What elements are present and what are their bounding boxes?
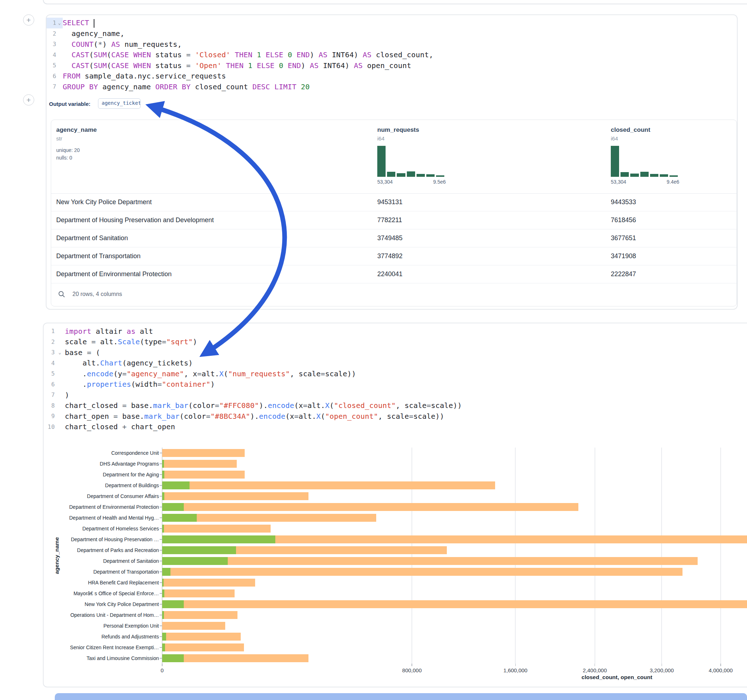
code-line[interactable]: 7) (44, 389, 747, 400)
code-line[interactable]: 3 COUNT(*) AS num_requests, (47, 39, 736, 50)
code-line[interactable]: 1⌄SELECT (47, 18, 736, 29)
line-number: 7 (44, 391, 55, 398)
code-line[interactable]: 5 .encode(y="agency_name", x=alt.X("num_… (44, 368, 747, 379)
histogram-bar (630, 173, 638, 177)
notebook-canvas: + + 1⌄SELECT 2 agency_name,3 COUNT(*) AS… (0, 0, 747, 700)
previous-cell-border (43, 0, 747, 5)
line-number: 4 (47, 51, 56, 58)
histogram-bar (377, 146, 386, 177)
code-line[interactable]: 5 CAST(SUM(CASE WHEN status = 'Open' THE… (47, 60, 736, 71)
code-line[interactable]: 2scale = alt.Scale(type="sqrt") (44, 337, 747, 347)
table-row[interactable]: Department of Sanitation37494853677651 (51, 229, 736, 247)
table-row[interactable]: New York City Police Department945313194… (51, 193, 736, 211)
column-type: str (56, 136, 97, 142)
code-line[interactable]: 6 .properties(width="container") (44, 379, 747, 390)
code-line[interactable]: 6FROM sample_data.nyc.service_requests (47, 71, 736, 82)
next-cell-selected-edge[interactable] (55, 693, 747, 700)
code-line[interactable]: 4 CAST(SUM(CASE WHEN status = 'Closed' T… (47, 50, 736, 60)
column-type: i64 (611, 136, 679, 142)
code-line[interactable]: 9chart_open = base.mark_bar(color="#8BC3… (44, 411, 747, 422)
sql-editor[interactable]: 1⌄SELECT 2 agency_name,3 COUNT(*) AS num… (47, 18, 736, 92)
text-cursor (94, 19, 95, 28)
table-cell: 2222847 (611, 266, 636, 283)
output-variable-label: Output variable: (49, 101, 91, 107)
line-number: 4 (44, 360, 55, 367)
search-icon[interactable] (58, 291, 65, 298)
histogram-bar (650, 174, 658, 177)
table-cell: 2240041 (377, 266, 402, 283)
histogram-bar (397, 173, 405, 177)
line-number: 1 (44, 328, 55, 335)
table-row[interactable]: Department of Environmental Protection22… (51, 266, 736, 284)
code-line[interactable]: 3⌄base = ( (44, 347, 747, 358)
table-cell: 9453131 (377, 193, 402, 211)
python-cell: 1import altair as alt2scale = alt.Scale(… (43, 323, 747, 687)
line-number: 2 (44, 338, 55, 345)
histogram-min: 53,304 (611, 179, 626, 185)
column-name: closed_count (611, 127, 679, 134)
table-cell: 3749485 (377, 229, 402, 247)
table-cell: Department of Housing Preservation and D… (56, 211, 214, 229)
line-number: 3 (47, 41, 56, 48)
output-variable-chip[interactable]: agency_tickets (98, 98, 141, 109)
histogram-min: 53,304 (377, 179, 393, 185)
histogram-max: 9.5e6 (433, 179, 446, 185)
histogram-bar (620, 172, 629, 177)
line-number: 10 (44, 424, 55, 430)
sql-cell: 1⌄SELECT 2 agency_name,3 COUNT(*) AS num… (46, 14, 738, 310)
table-cell: 9443533 (611, 193, 636, 211)
histogram-range: 53,304 9.4e6 (611, 179, 679, 185)
histogram-bar (426, 174, 435, 177)
column-header-agency-name: agency_name str unique: 20 nulls: 0 (56, 120, 97, 161)
line-number: 6 (44, 381, 55, 388)
histogram-bar (640, 172, 649, 177)
column-name: num_requests (377, 127, 446, 134)
column-stat-unique: unique: 20 (56, 147, 97, 153)
code-line[interactable]: 10chart_closed + chart_open (44, 422, 747, 433)
column-header-num-requests: num_requests i64 53,304 9.5e6 (377, 120, 446, 185)
table-cell: 7782211 (377, 211, 402, 229)
column-name: agency_name (56, 127, 97, 134)
column-histogram (377, 146, 446, 177)
column-header-closed-count: closed_count i64 53,304 9.4e6 (611, 120, 679, 185)
add-cell-button[interactable]: + (23, 94, 34, 106)
table-cell: 3471908 (611, 247, 636, 265)
fold-chevron-icon[interactable]: ⌄ (55, 350, 65, 355)
table-row[interactable]: Department of Housing Preservation and D… (51, 211, 736, 229)
code-line[interactable]: 2 agency_name, (47, 29, 736, 39)
histogram-bar (611, 146, 619, 177)
table-cell: 3677651 (611, 229, 636, 247)
code-line[interactable]: 8chart_closed = base.mark_bar(color="#FF… (44, 400, 747, 411)
line-number: 5 (47, 62, 56, 69)
table-header: agency_name str unique: 20 nulls: 0 num_… (51, 120, 736, 194)
fold-chevron-icon[interactable]: ⌄ (56, 20, 63, 26)
line-number: 6 (47, 73, 56, 80)
code-line[interactable]: 1import altair as alt (44, 326, 747, 337)
line-number: 2 (47, 30, 56, 37)
line-number: 8 (44, 402, 55, 409)
row-count-label: 20 rows, 4 columns (73, 291, 122, 297)
table-cell: Department of Sanitation (56, 229, 128, 247)
line-number: 1 (47, 20, 56, 26)
histogram-max: 9.4e6 (667, 179, 679, 185)
results-table: agency_name str unique: 20 nulls: 0 num_… (51, 119, 737, 306)
histogram-bar (660, 174, 668, 177)
histogram-bar (387, 172, 395, 177)
code-line[interactable]: 4 alt.Chart(agency_tickets) (44, 358, 747, 369)
python-editor[interactable]: 1import altair as alt2scale = alt.Scale(… (44, 326, 747, 432)
add-cell-button[interactable]: + (23, 14, 34, 26)
line-number: 3 (44, 349, 55, 356)
line-number: 9 (44, 413, 55, 419)
histogram-bar (670, 175, 678, 177)
table-body: New York City Police Department945313194… (51, 193, 736, 284)
table-cell: 3774892 (377, 247, 402, 265)
code-line[interactable]: 7GROUP BY agency_name ORDER BY closed_co… (47, 81, 736, 92)
histogram-range: 53,304 9.5e6 (377, 179, 446, 185)
column-stat-nulls: nulls: 0 (56, 155, 97, 161)
table-row[interactable]: Department of Transportation377489234719… (51, 247, 736, 266)
column-type: i64 (377, 136, 446, 142)
histogram-bar (407, 171, 415, 177)
table-cell: New York City Police Department (56, 193, 152, 211)
histogram-bar (417, 174, 425, 177)
table-cell: Department of Transportation (56, 247, 141, 265)
